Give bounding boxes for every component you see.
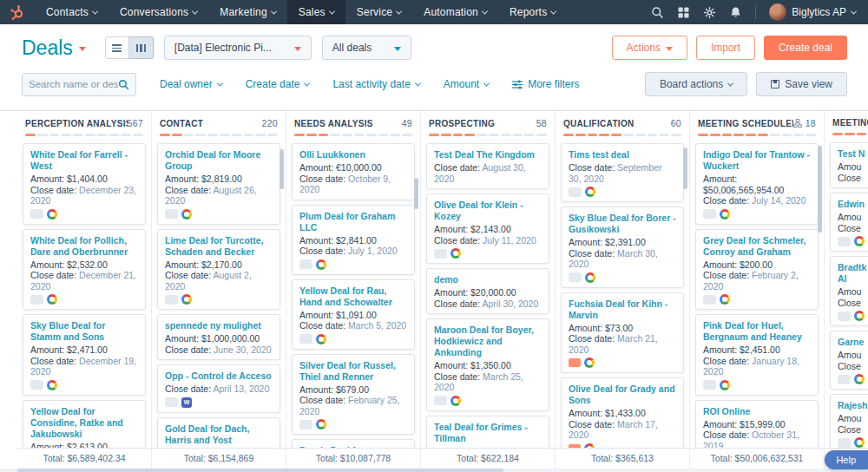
deal-title[interactable]: Plum Deal for Graham LLC (299, 211, 407, 233)
deals-view-select[interactable]: All deals (322, 36, 411, 60)
deal-card[interactable]: Tims test dealClose date: September 30, … (561, 143, 684, 202)
deal-card[interactable]: White Deal for Pollich, Dare and Oberbru… (23, 229, 146, 311)
pipeline-column[interactable]: MEETINGTest NAmouCloseEdwinAmouCloseBrad… (825, 111, 868, 472)
deal-title[interactable]: demo (434, 274, 542, 285)
deal-card[interactable]: Yellow Deal for Considine, Ratke and Jak… (23, 400, 146, 449)
pipeline-column[interactable]: CONTACT220Orchid Deal for Moore GroupAmo… (152, 111, 286, 472)
deal-card[interactable]: Purple Deal for Schuster, Parisian and B… (292, 439, 415, 448)
deal-title[interactable]: Tims test deal (569, 149, 676, 161)
notifications-bell-icon[interactable] (729, 6, 742, 19)
deal-card[interactable]: Sky Blue Deal for Stamm and SonsAmount: … (23, 314, 146, 396)
filter-deal-owner[interactable]: Deal owner (160, 78, 222, 90)
pipeline-column[interactable]: MEETING SCHEDULED18Indigo Deal for Trant… (690, 111, 825, 472)
deal-title[interactable]: Fuchsia Deal for Kihn - Marvin (569, 298, 676, 321)
deal-title[interactable]: ROI Online (703, 406, 811, 417)
deal-title[interactable]: Opp - Control de Acceso (165, 370, 273, 382)
deal-card[interactable]: ROI OnlineAmount: $15,999.00Close date: … (695, 400, 819, 449)
board-view-button[interactable] (129, 36, 154, 59)
deal-title[interactable]: White Deal for Pollich, Dare and Oberbru… (30, 235, 138, 258)
search-input[interactable] (29, 79, 118, 89)
search-icon[interactable] (651, 6, 664, 19)
deal-title[interactable]: Olli Luukkonen (299, 149, 407, 161)
nav-item-contacts[interactable]: Contacts (35, 0, 108, 24)
deal-card[interactable]: Bradtk AlAmouClose (830, 256, 868, 326)
deal-card[interactable]: Yellow Deal for Rau, Hand and Schowalter… (292, 279, 415, 350)
deal-title[interactable]: Sky Blue Deal for Stamm and Sons (30, 320, 138, 343)
pipeline-column[interactable]: QUALIFICATION60Tims test dealClose date:… (556, 111, 690, 472)
deal-title[interactable]: Yellow Deal for Rau, Hand and Schowalter (299, 285, 407, 308)
list-view-button[interactable] (105, 36, 129, 59)
import-button[interactable]: Import (696, 36, 755, 60)
deal-card[interactable]: Indigo Deal for Trantow - WuckertAmount:… (695, 143, 819, 225)
deal-title[interactable]: Indigo Deal for Trantow - Wuckert (703, 149, 811, 172)
hubspot-sprocket-logo-icon[interactable] (9, 3, 26, 21)
page-title[interactable]: Deals (22, 36, 86, 60)
deal-title[interactable]: Olive Deal for Grady and Sons (569, 384, 676, 406)
deal-title[interactable]: Gold Deal for Dach, Harris and Yost (165, 423, 273, 446)
nav-item-conversations[interactable]: Conversations (108, 0, 208, 24)
deal-card[interactable]: Orchid Deal for Moore GroupAmount: $2,81… (157, 143, 280, 225)
filter-last-activity-date[interactable]: Last activity date (332, 78, 419, 90)
deal-card[interactable]: Grey Deal for Schmeler, Conroy and Graha… (695, 229, 819, 311)
pipeline-column[interactable]: NEEDS ANALYSIS49Olli LuukkonenAmount: €1… (286, 111, 421, 472)
deal-card[interactable]: demoAmount: $20,000.00Close date: April … (426, 268, 549, 314)
column-scrollbar-thumb[interactable] (279, 149, 284, 189)
pipeline-select[interactable]: [Data] Electronic Pi... (164, 36, 312, 60)
deal-card[interactable]: Maroon Deal for Boyer, Hodkiewicz and An… (426, 318, 549, 411)
deal-title[interactable]: Orchid Deal for Moore Group (165, 149, 273, 172)
deal-title[interactable]: Garne (838, 337, 868, 348)
nav-item-automation[interactable]: Automation (412, 0, 498, 24)
deal-card[interactable]: Pink Deal for Huel, Bergnaum and HeaneyA… (695, 314, 819, 396)
deal-card[interactable]: Fuchsia Deal for Kihn - MarvinAmount: $7… (561, 292, 684, 374)
deal-title[interactable]: Test Deal The Kingdom (434, 149, 542, 161)
deal-title[interactable]: Yellow Deal for Considine, Ratke and Jak… (30, 406, 138, 440)
filter-amount[interactable]: Amount (444, 78, 489, 90)
deal-card[interactable]: Opp - Control de AccesoClose date: April… (157, 364, 280, 413)
deal-title[interactable]: Lime Deal for Turcotte, Schaden and Beck… (165, 235, 273, 258)
deal-title[interactable]: Rajesh (838, 400, 868, 411)
deal-card[interactable]: Plum Deal for Graham LLCAmount: $2,841.0… (292, 205, 415, 275)
horizontal-scrollbar-thumb[interactable] (17, 469, 503, 472)
search-box[interactable] (22, 73, 136, 96)
create-deal-button[interactable]: Create deal (764, 36, 847, 60)
column-scrollbar-thumb[interactable] (683, 148, 687, 189)
deal-title[interactable]: spennede ny mulighet (165, 320, 273, 331)
deal-title[interactable]: Silver Deal for Russel, Thiel and Renner (299, 360, 407, 383)
column-scrollbar-thumb[interactable] (818, 146, 822, 233)
help-button[interactable]: Help (825, 450, 868, 469)
deal-card[interactable]: spennede ny mulighetAmount: $1,000,000.0… (157, 314, 280, 360)
deal-card[interactable]: Olli LuukkonenAmount: €10,000.00Close da… (292, 143, 415, 200)
pipeline-column[interactable]: PERCEPTION ANALYSIS567White Deal for Far… (17, 111, 152, 472)
deal-title[interactable]: Pink Deal for Huel, Bergnaum and Heaney (703, 320, 811, 343)
deal-card[interactable]: White Deal for Farrell - WestAmount: $1,… (23, 143, 146, 225)
deal-title[interactable]: Test N (838, 148, 868, 160)
nav-item-marketing[interactable]: Marketing (208, 0, 287, 24)
deal-card[interactable]: Test Deal The KingdomClose date: August … (426, 143, 549, 189)
deal-title[interactable]: Bradtk Al (838, 262, 868, 285)
actions-button[interactable]: Actions (612, 36, 687, 60)
deal-card[interactable]: RajeshAmouClose (830, 394, 868, 448)
deal-title[interactable]: Olive Deal for Klein - Kozey (434, 200, 542, 222)
nav-item-sales[interactable]: Sales (287, 0, 345, 24)
deal-card[interactable]: Sky Blue Deal for Borer - GusikowskiAmou… (561, 206, 684, 288)
deal-card[interactable]: GarneAmouClose (830, 331, 868, 390)
deal-card[interactable]: Teal Deal for Grimes - TillmanAmount: $2… (426, 416, 549, 449)
board-actions-button[interactable]: Board actions (645, 72, 747, 96)
column-scrollbar-thumb[interactable] (414, 178, 418, 209)
deal-card[interactable]: Olive Deal for Grady and SonsAmount: $1,… (561, 377, 684, 448)
deal-card[interactable]: EdwinAmouClose (830, 193, 868, 252)
deal-title[interactable]: Teal Deal for Grimes - Tillman (434, 422, 542, 444)
horizontal-scrollbar[interactable] (0, 469, 868, 472)
nav-item-reports[interactable]: Reports (498, 0, 567, 24)
deal-card[interactable]: Test NAmouClose (830, 142, 868, 188)
deal-card[interactable]: Lime Deal for Turcotte, Schaden and Beck… (157, 229, 280, 311)
deal-title[interactable]: Edwin (838, 199, 868, 210)
deal-title[interactable]: Maroon Deal for Boyer, Hodkiewicz and An… (434, 324, 542, 358)
deal-title[interactable]: Sky Blue Deal for Borer - Gusikowski (569, 213, 676, 235)
save-view-button[interactable]: Save view (756, 72, 847, 96)
nav-item-service[interactable]: Service (345, 0, 412, 24)
deal-title[interactable]: White Deal for Farrell - West (30, 149, 138, 172)
pipeline-column[interactable]: PROSPECTING58Test Deal The KingdomClose … (421, 111, 556, 472)
search-icon[interactable] (118, 79, 129, 90)
deal-title[interactable]: Grey Deal for Schmeler, Conroy and Graha… (703, 235, 811, 258)
